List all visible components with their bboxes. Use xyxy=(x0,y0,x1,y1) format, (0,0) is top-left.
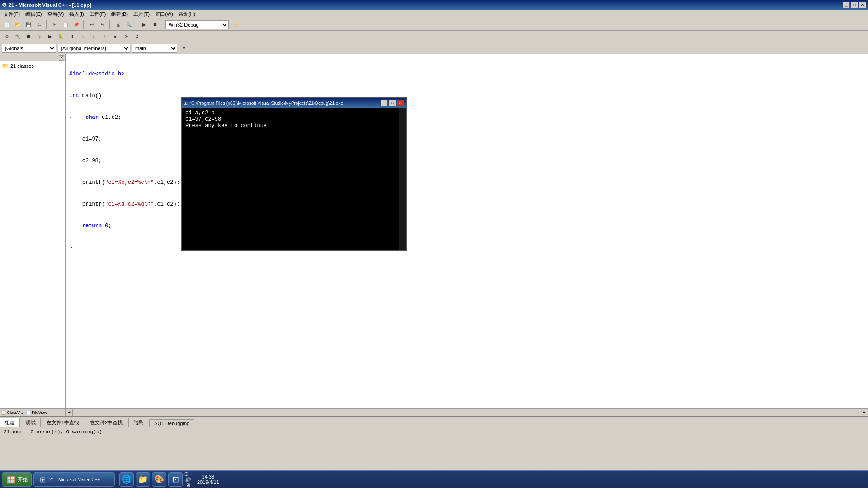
console-window: ⊞ *C:\Program Files (x86)\Microsoft Visu… xyxy=(181,97,407,251)
menu-help[interactable]: 帮助(H) xyxy=(176,10,198,19)
sidebar-header: ✕ xyxy=(0,54,65,61)
separator-1 xyxy=(46,20,48,29)
vc-taskbar-icon: ⊞ xyxy=(38,474,47,484)
file-view-tab[interactable]: 📄 FileView xyxy=(25,410,48,415)
clear-breakpoints-button[interactable]: ⊗ xyxy=(121,32,131,42)
menu-window[interactable]: 窗口(W) xyxy=(152,10,176,19)
horizontal-scrollbar[interactable]: 📋 ClassV... 📄 FileView ◄ ► xyxy=(0,408,868,416)
menu-bar: 文件(F) 编辑(E) 查看(V) 插入(I) 工程(P) 组建(B) 工具(T… xyxy=(0,10,868,19)
function-dropdown[interactable]: main xyxy=(132,44,177,53)
console-title-bar: ⊞ *C:\Program Files (x86)\Microsoft Visu… xyxy=(182,98,406,108)
dropdown-arrow[interactable]: ▼ xyxy=(179,43,189,53)
console-icon: ⊞ xyxy=(184,100,188,106)
tab-sql-debugging[interactable]: SQL Debugging xyxy=(149,419,194,427)
config-dropdown[interactable]: Win32 Debug xyxy=(165,20,229,29)
globals-dropdown[interactable]: [Globals] xyxy=(2,44,56,53)
editor-and-sidebar: ✕ 📁 21 classes #include<stdio.h> int mai… xyxy=(0,54,868,408)
taskbar-explorer-button[interactable]: 📁 xyxy=(136,472,150,487)
run-button[interactable]: ▷ xyxy=(34,32,44,42)
taskbar-app4-button[interactable]: ⊡ xyxy=(168,472,183,487)
compile-button[interactable]: ⚙ xyxy=(2,32,12,42)
build-all-button[interactable]: 🔨 xyxy=(13,32,23,42)
console-line-3: Press any key to continue xyxy=(185,122,402,129)
run2-button[interactable]: ▶ xyxy=(45,32,55,42)
new-file-button[interactable]: 📄 xyxy=(2,20,12,30)
minimize-button[interactable]: _ xyxy=(843,2,850,8)
toolbar-build: ⚙ 🔨 ⏹ ▷ ▶ 🐛 ⏸ ⤵ ↓ ↑ ● ⊗ ↺ xyxy=(0,31,868,42)
console-line-2: c1=97,c2=98 xyxy=(185,116,402,122)
menu-tools[interactable]: 工具(T) xyxy=(131,10,152,19)
window-title: 21 - Microsoft Visual C++ - [11.cpp] xyxy=(9,2,91,8)
menu-build[interactable]: 组建(B) xyxy=(108,10,131,19)
save-all-button[interactable]: 🗂 xyxy=(34,20,44,30)
menu-insert[interactable]: 插入(I) xyxy=(66,10,86,19)
start-button[interactable]: 🪟 开始 xyxy=(2,472,32,487)
stop-build-button[interactable]: ⏹ xyxy=(24,32,33,42)
debug-button[interactable]: 🐛 xyxy=(56,32,66,42)
taskbar-ie-button[interactable]: 🌐 xyxy=(119,472,134,487)
maximize-button[interactable]: □ xyxy=(851,2,858,8)
taskbar-vc-app[interactable]: ⊞ 21 - Microsoft Visual C++ xyxy=(33,472,115,487)
console-scrollbar[interactable] xyxy=(399,108,406,250)
class-view-tab[interactable]: 📋 ClassV... xyxy=(0,410,24,415)
tab-debug[interactable]: 调试 xyxy=(21,418,41,427)
clock-area: CH 🔊 🖥 xyxy=(184,471,195,488)
scrollbar-track xyxy=(73,409,861,416)
sidebar-close[interactable]: ✕ xyxy=(59,55,64,61)
separator-2 xyxy=(83,20,85,29)
console-minimize[interactable]: _ xyxy=(381,100,388,106)
step-out-button[interactable]: ↑ xyxy=(99,32,109,42)
sidebar-bottom: 📋 ClassV... 📄 FileView xyxy=(0,409,66,416)
tray-lang: CH xyxy=(184,471,192,477)
redo-button[interactable]: ↪ xyxy=(98,20,108,30)
sidebar-classes-label: 21 classes xyxy=(10,63,34,69)
scroll-left-button[interactable]: ◄ xyxy=(66,409,73,416)
undo-button[interactable]: ↩ xyxy=(87,20,97,30)
breakpoint-button[interactable]: ● xyxy=(110,32,120,42)
scroll-right-button[interactable]: ► xyxy=(861,409,868,416)
main-area: ✕ 📁 21 classes #include<stdio.h> int mai… xyxy=(0,54,868,470)
console-controls: _ □ ✕ xyxy=(381,100,404,106)
taskbar-app3-button[interactable]: 🎨 xyxy=(152,472,166,487)
build-button[interactable]: ▶ xyxy=(139,20,149,30)
tab-find-in-files1[interactable]: 在文件1中查找 xyxy=(42,418,84,427)
bottom-tabs: 组建 调试 在文件1中查找 在文件2中查找 结果 SQL Debugging xyxy=(0,418,868,427)
stop-button[interactable]: ⏹ xyxy=(150,20,160,30)
step-into-button[interactable]: ↓ xyxy=(89,32,99,42)
sidebar-content: 📁 21 classes xyxy=(0,61,65,408)
menu-file[interactable]: 文件(F) xyxy=(1,10,23,19)
app4-icon: ⊡ xyxy=(170,474,180,484)
paste-button[interactable]: 📌 xyxy=(71,20,81,30)
taskbar: 🪟 开始 ⊞ 21 - Microsoft Visual C++ 🌐 📁 🎨 ⊡… xyxy=(0,470,868,488)
title-bar: ⚙ 21 - Microsoft Visual C++ - [11.cpp] _… xyxy=(0,0,868,10)
console-title-left: ⊞ *C:\Program Files (x86)\Microsoft Visu… xyxy=(184,100,343,106)
clock-time: 14:38 xyxy=(202,474,215,479)
wizard-button[interactable]: ⚡ xyxy=(231,20,241,30)
close-button[interactable]: ✕ xyxy=(859,2,866,8)
title-bar-controls: _ □ ✕ xyxy=(843,2,866,8)
console-close[interactable]: ✕ xyxy=(397,100,404,106)
console-content: c1=a,c2=b c1=97,c2=98 Press any key to c… xyxy=(182,108,406,250)
menu-view[interactable]: 查看(V) xyxy=(45,10,67,19)
system-clock[interactable]: 14:38 2019/4/11 xyxy=(197,474,221,485)
tab-find-in-files2[interactable]: 在文件2中查找 xyxy=(85,418,127,427)
sidebar-item-classes[interactable]: 📁 21 classes xyxy=(1,62,64,70)
refresh-button[interactable]: ↺ xyxy=(132,32,142,42)
members-dropdown[interactable]: [All global members] xyxy=(58,44,130,53)
tab-results[interactable]: 结果 xyxy=(128,418,148,427)
cut-button[interactable]: ✂ xyxy=(50,20,60,30)
open-file-button[interactable]: 📂 xyxy=(13,20,23,30)
toolbar-standard: 📄 📂 💾 🗂 ✂ 📋 📌 ↩ ↪ 🖨 🔍 ▶ ⏹ Win32 Debug ⚡ xyxy=(0,19,868,31)
save-button[interactable]: 💾 xyxy=(24,20,33,30)
tab-build[interactable]: 组建 xyxy=(0,418,20,427)
copy-button[interactable]: 📋 xyxy=(61,20,71,30)
build-output-text: 21.exe - 0 error(s), 0 warning(s) xyxy=(4,429,102,435)
break-button[interactable]: ⏸ xyxy=(67,32,77,42)
menu-project[interactable]: 工程(P) xyxy=(87,10,109,19)
system-tray: 🌐 📁 🎨 ⊡ CH 🔊 🖥 14:38 2019/4/11 xyxy=(117,471,224,488)
step-over-button[interactable]: ⤵ xyxy=(78,32,88,42)
find-button[interactable]: 🔍 xyxy=(124,20,134,30)
console-maximize[interactable]: □ xyxy=(389,100,396,106)
print-button[interactable]: 🖨 xyxy=(113,20,123,30)
menu-edit[interactable]: 编辑(E) xyxy=(23,10,45,19)
